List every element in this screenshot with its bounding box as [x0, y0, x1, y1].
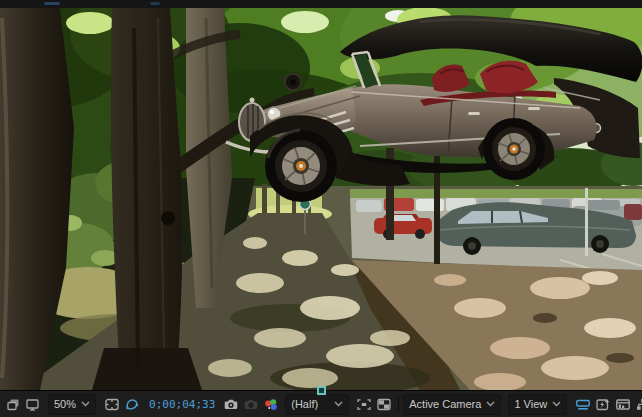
- resolution-dropdown[interactable]: (Half): [285, 394, 349, 415]
- pixel-aspect-correction-toggle[interactable]: [573, 394, 593, 414]
- timecode: 0;00;04;33: [149, 395, 215, 414]
- ui-artifact: [44, 2, 60, 5]
- chevron-down-icon: [81, 401, 90, 407]
- show-last-snapshot-button[interactable]: [241, 394, 261, 414]
- chevron-down-icon: [486, 401, 495, 407]
- always-preview-button[interactable]: [4, 394, 23, 414]
- view-3d-value: Active Camera: [409, 395, 481, 414]
- gray-wagon-car: [436, 200, 642, 255]
- front-wheel: [265, 130, 337, 202]
- magnification-dropdown[interactable]: 50%: [48, 394, 96, 415]
- magnification-value: 50%: [54, 395, 76, 414]
- mask-visibility-toggle[interactable]: [122, 394, 142, 414]
- door-handle: [468, 112, 480, 115]
- grid-guides-icon: [104, 397, 120, 412]
- door-handle: [528, 107, 540, 110]
- resolution-value: (Half): [291, 395, 318, 414]
- after-effects-composition-panel: 50% 0;00;04;33: [0, 0, 642, 417]
- fast-previews-icon: [595, 397, 611, 412]
- channels-rgb-icon: [263, 397, 279, 412]
- region-of-interest-button[interactable]: [354, 394, 374, 414]
- channels-button[interactable]: [261, 394, 281, 414]
- monitor-icon: [25, 397, 40, 412]
- comp-flowchart-button[interactable]: [633, 394, 642, 414]
- transparency-grid-toggle[interactable]: [374, 394, 394, 414]
- view-layout-dropdown[interactable]: 1 View: [508, 394, 567, 415]
- mask-visibility-icon: [124, 397, 140, 412]
- view-layout-value: 1 View: [514, 395, 547, 414]
- composited-scene: [0, 8, 642, 390]
- layer-handle[interactable]: [317, 386, 326, 395]
- monitor-preview-button[interactable]: [23, 394, 42, 414]
- comp-flowchart-icon: [635, 397, 642, 412]
- toolbar-separator: [398, 396, 399, 412]
- pixel-aspect-correction-icon: [575, 397, 591, 412]
- show-last-snapshot-icon: [243, 397, 259, 411]
- transparency-grid-icon: [376, 397, 392, 412]
- view-3d-dropdown[interactable]: Active Camera: [403, 394, 501, 415]
- chevron-down-icon: [334, 401, 343, 407]
- snapshot-camera-icon: [223, 397, 239, 411]
- timeline-icon: [615, 397, 631, 412]
- composition-viewport[interactable]: [0, 8, 642, 390]
- take-snapshot-button[interactable]: [221, 394, 241, 414]
- grid-guides-button[interactable]: [102, 394, 122, 414]
- always-preview-icon: [6, 397, 21, 412]
- timeline-button[interactable]: [613, 394, 633, 414]
- region-of-interest-icon: [356, 397, 372, 412]
- ui-artifact: [150, 2, 160, 5]
- fast-previews-button[interactable]: [593, 394, 613, 414]
- current-time-field[interactable]: 0;00;04;33: [147, 394, 217, 414]
- rear-wheel: [483, 118, 545, 180]
- chevron-down-icon: [552, 401, 561, 407]
